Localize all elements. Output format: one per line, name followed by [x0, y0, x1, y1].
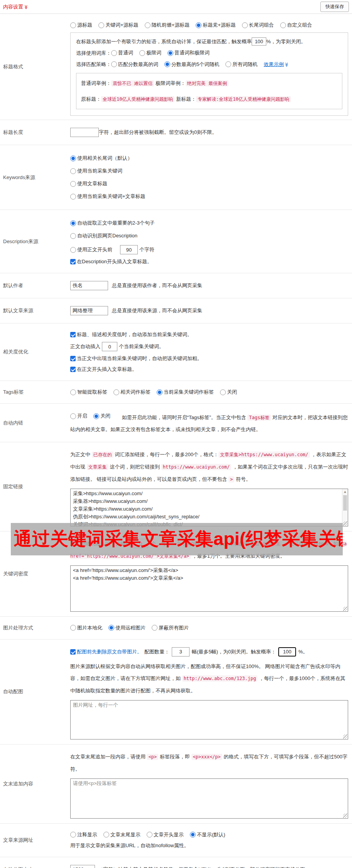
- image-count-input[interactable]: [172, 647, 190, 656]
- collapse-chevron-icon: ≫: [24, 5, 29, 9]
- row-inner-link: 自动内链 开启关闭 如需开启此功能，请同时开启“Tags标签”。当正文中包含 T…: [0, 404, 352, 442]
- radio-option-0[interactable]: 开启: [70, 410, 87, 422]
- radio-icon: [70, 413, 76, 419]
- radio-option-1[interactable]: 文章末尾显示: [103, 831, 140, 838]
- radio-icon: [168, 50, 173, 56]
- radio-option-0[interactable]: 自动提取正文中最重要的2-3个句子: [70, 220, 348, 227]
- radio-option-5[interactable]: 自定义组合: [280, 22, 312, 29]
- pagination-size-input[interactable]: [70, 865, 95, 868]
- page-title[interactable]: 内容设置≫: [3, 3, 29, 10]
- hint-text: 字符，超出部分将被强制截断。留空或设为0则不限。: [99, 129, 217, 136]
- row-tags: Tags标签 智能提取标签相关词作标签当前采集关键词作标签关闭: [0, 381, 352, 404]
- image-url-textarea[interactable]: [70, 700, 348, 739]
- trigger-probability-input[interactable]: [252, 37, 266, 46]
- row-image-mode: 图片处理方式 图片本地化使用远程图片屏蔽所有图片: [0, 617, 352, 640]
- radio-option-2[interactable]: 文章开头显示: [147, 831, 184, 838]
- row-label: 关键词密度: [0, 570, 70, 577]
- hint-text: 个当前采集关键词。: [119, 343, 164, 350]
- append-desc: 在文章末尾追加一段内容，请使用 <p> 标签段落，即 <p>xxx</p> 的格…: [70, 751, 348, 775]
- radio-option-body-prefix[interactable]: 使用正文开头前: [70, 246, 112, 253]
- radio-icon: [139, 50, 145, 56]
- row-title-length: 标题长度 字符，超出部分将被强制截断。留空或设为0则不限。: [0, 120, 352, 145]
- default-source-input[interactable]: [70, 306, 108, 315]
- row-label: Tags标签: [0, 389, 70, 396]
- description-chars-input[interactable]: [120, 245, 138, 254]
- radio-option-3[interactable]: 关闭: [220, 389, 237, 396]
- radio-option-0[interactable]: 匹配分数最高的词: [111, 61, 158, 68]
- radio-option-3[interactable]: 使用当前采集关键词+文章标题: [70, 193, 348, 200]
- scrollbar-thumb[interactable]: [343, 495, 347, 511]
- radio-option-1[interactable]: 极限词: [139, 49, 161, 56]
- radio-icon: [108, 625, 114, 631]
- row-label: 标题格式: [0, 63, 70, 70]
- radio-option-0[interactable]: 注释显示: [70, 831, 97, 838]
- radio-icon: [242, 22, 248, 28]
- checkbox-remove-original-images[interactable]: 配图前先删除原文自带图片。: [70, 648, 142, 655]
- example-link[interactable]: 效果示例≫: [264, 61, 289, 68]
- radio-option-1[interactable]: 自动识别原网页Description: [70, 232, 348, 239]
- radio-option-2[interactable]: 随机前缀+源标题: [145, 22, 190, 29]
- radio-option-3[interactable]: 不显示(默认): [190, 831, 225, 838]
- radio-option-1[interactable]: 使用当前采集关键词: [70, 168, 348, 174]
- radio-option-0[interactable]: 智能提取标签: [70, 389, 107, 396]
- watermark-banner: 通过关键词采集文章采集api(织梦采集关键: [11, 523, 343, 555]
- hint-text: %。: [298, 648, 308, 655]
- radio-icon: [190, 832, 196, 838]
- radio-icon: [70, 247, 76, 253]
- radio-option-0[interactable]: 源标题: [70, 22, 92, 29]
- tags-options: 智能提取标签相关词作标签当前采集关键词作标签关闭: [70, 389, 348, 396]
- checkbox-icon: [70, 259, 76, 264]
- radio-option-2[interactable]: 屏蔽所有图片: [152, 624, 189, 631]
- radio-option-0[interactable]: 普通词: [111, 49, 133, 56]
- fixed-link-desc: 为正文中 已存在的 词汇添加链接，每行一个，最多200个，格式：文章采集>htt…: [70, 448, 348, 486]
- radio-option-1[interactable]: 分数最高的5个词随机: [164, 61, 219, 68]
- insert-keyword-count-input[interactable]: [102, 342, 117, 351]
- row-description-source: Description来源 自动提取正文中最重要的2-3个句子自动识别原网页De…: [0, 210, 352, 273]
- title-format-box: 在标题头部添加一个有吸引力的短语，系统自动计算，保证最佳匹配，触发概率 %，为零…: [70, 32, 348, 116]
- scrollbar[interactable]: ▲: [342, 489, 348, 526]
- row-relevance: 相关度优化 标题、描述相关度低时，自动添加当前采集关键词。 正文自动插入 个当前…: [0, 323, 352, 381]
- fixed-link-textarea[interactable]: 采集>https://www.ucaiyun.com/ 采集器>https://…: [70, 489, 348, 526]
- chevron-down-icon: ≫: [284, 63, 289, 67]
- radio-option-0[interactable]: 使用相关长尾词（默认）: [70, 155, 348, 162]
- keyword-density-textarea[interactable]: <a href='https://www.ucaiyun.com/'>采集器</…: [70, 565, 348, 612]
- checkbox-insert-title-body[interactable]: 在正文开头插入文章标题。: [70, 366, 137, 373]
- checkbox-insert-title[interactable]: 在Description开头插入文章标题。: [70, 258, 152, 265]
- radio-option-1[interactable]: 使用远程图片: [108, 624, 146, 631]
- title-format-options: 源标题关键词+源标题随机前缀+源标题标题党+源标题长尾词组合自定义组合: [70, 22, 348, 29]
- radio-option-1[interactable]: 关键词+源标题: [98, 22, 139, 29]
- checkbox-icon: [70, 649, 76, 655]
- radio-option-0[interactable]: 图片本地化: [70, 624, 102, 631]
- radio-option-2[interactable]: 普通词和极限词: [168, 49, 210, 56]
- radio-icon: [70, 168, 76, 174]
- radio-icon: [70, 389, 76, 395]
- row-pagination: 自动分页大小 （字符）计算中英文及其标点符号，但不包含HTML，为0则不分页。部…: [0, 857, 352, 868]
- hint-text: 个字符: [139, 246, 154, 253]
- radio-icon: [70, 832, 76, 838]
- row-label: 文末追加内容: [0, 780, 70, 787]
- radio-option-1[interactable]: 相关词作标签: [113, 389, 151, 396]
- radio-option-1[interactable]: 关闭: [93, 410, 110, 422]
- radio-option-3[interactable]: 标题党+源标题: [196, 22, 236, 29]
- watermark-text: 通过关键词采集文章采集api(织梦采集关键: [11, 527, 343, 551]
- scroll-up-icon[interactable]: ▲: [342, 489, 348, 494]
- image-probability-input[interactable]: [278, 647, 296, 656]
- quick-save-button[interactable]: 快速保存: [320, 2, 349, 12]
- default-author-input[interactable]: [70, 281, 108, 290]
- radio-icon: [70, 181, 76, 187]
- radio-option-2[interactable]: 使用文章标题: [70, 180, 348, 187]
- append-content-textarea[interactable]: [70, 778, 348, 819]
- radio-option-2[interactable]: 所有词随机: [225, 61, 257, 68]
- checkbox-add-keyword[interactable]: 标题、描述相关度低时，自动添加当前采集关键词。: [70, 331, 192, 338]
- radio-option-2[interactable]: 当前采集关键词作标签: [157, 389, 214, 396]
- radio-icon: [152, 625, 157, 631]
- hint-text: 在标题头部添加一个有吸引力的短语，系统自动计算，保证最佳匹配，触发概率: [76, 38, 252, 45]
- row-fixed-link: 固定链接 为正文中 已存在的 词汇添加链接，每行一个，最多200个，格式：文章采…: [0, 442, 352, 531]
- title-length-input[interactable]: [70, 128, 99, 137]
- checkbox-bold-keyword[interactable]: 当正文中出现当前采集关键词时，自动把该关键词加粗。: [70, 355, 202, 362]
- radio-icon: [113, 389, 119, 395]
- radio-icon: [70, 233, 76, 239]
- page-header: 内容设置≫ 快速保存: [0, 0, 352, 14]
- radio-option-4[interactable]: 长尾词组合: [242, 22, 274, 29]
- radio-icon: [145, 22, 151, 28]
